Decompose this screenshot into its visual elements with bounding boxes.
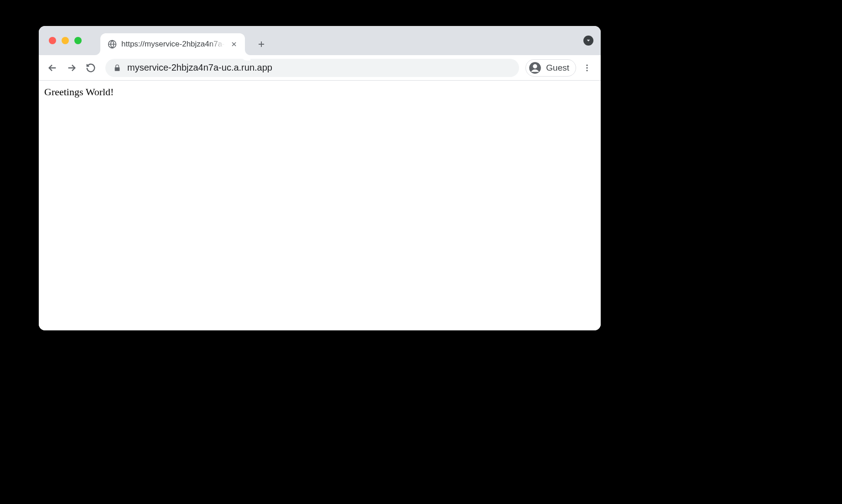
tab-close-button[interactable] [229, 40, 239, 49]
page-body-text: Greetings World! [44, 86, 595, 98]
browser-menu-button[interactable] [579, 60, 595, 76]
url-text: myservice-2hbjza4n7a-uc.a.run.app [127, 62, 272, 73]
browser-window: https://myservice-2hbjza4n7a- [39, 26, 601, 330]
address-bar[interactable]: myservice-2hbjza4n7a-uc.a.run.app [105, 59, 519, 77]
tab-title: https://myservice-2hbjza4n7a- [121, 40, 225, 49]
profile-label: Guest [546, 63, 569, 73]
lock-icon [114, 64, 121, 72]
svg-point-8 [533, 64, 537, 68]
svg-point-11 [586, 70, 587, 71]
window-controls [49, 37, 82, 44]
back-button[interactable] [44, 60, 61, 76]
window-maximize-button[interactable] [74, 37, 82, 44]
svg-point-10 [586, 67, 587, 68]
browser-tab[interactable]: https://myservice-2hbjza4n7a- [100, 33, 245, 55]
window-minimize-button[interactable] [62, 37, 69, 44]
page-content: Greetings World! [39, 81, 601, 330]
globe-icon [108, 40, 117, 49]
new-tab-button[interactable] [253, 36, 270, 52]
browser-toolbar: myservice-2hbjza4n7a-uc.a.run.app Guest [39, 55, 601, 81]
window-close-button[interactable] [49, 37, 56, 44]
tab-strip: https://myservice-2hbjza4n7a- [39, 26, 601, 55]
svg-point-9 [586, 64, 587, 66]
avatar-icon [529, 62, 541, 74]
profile-button[interactable]: Guest [525, 59, 576, 77]
reload-button[interactable] [83, 60, 99, 76]
forward-button[interactable] [63, 60, 80, 76]
tab-search-button[interactable] [583, 36, 593, 46]
